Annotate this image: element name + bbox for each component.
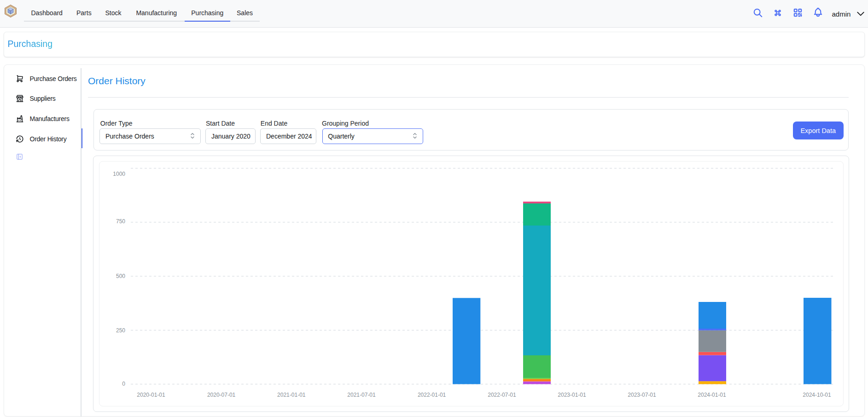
- svg-text:2021-07-01: 2021-07-01: [347, 392, 376, 398]
- svg-text:2020-01-01: 2020-01-01: [137, 392, 165, 398]
- svg-text:2022-07-01: 2022-07-01: [488, 392, 516, 398]
- svg-text:250: 250: [116, 327, 125, 334]
- svg-text:750: 750: [116, 218, 125, 225]
- svg-text:500: 500: [116, 273, 125, 279]
- svg-text:2021-01-01: 2021-01-01: [277, 392, 306, 398]
- svg-text:2020-07-01: 2020-07-01: [207, 392, 236, 398]
- svg-text:2024-01-01: 2024-01-01: [698, 392, 726, 398]
- svg-text:2024-10-01: 2024-10-01: [803, 392, 831, 398]
- svg-text:2023-07-01: 2023-07-01: [628, 392, 656, 398]
- svg-text:2023-01-01: 2023-01-01: [558, 392, 586, 398]
- svg-text:0: 0: [122, 381, 125, 387]
- svg-text:2022-01-01: 2022-01-01: [418, 392, 446, 398]
- svg-text:1000: 1000: [113, 171, 125, 177]
